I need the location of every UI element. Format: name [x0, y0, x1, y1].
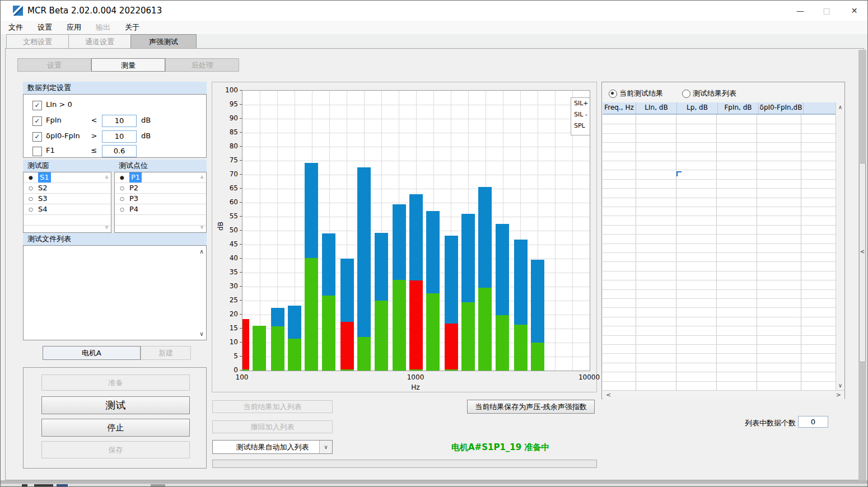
results-column-header[interactable]: FpIn, dB: [718, 102, 759, 114]
vertical-scrollbar[interactable]: ∧ ∨: [836, 102, 844, 390]
chevron-down-icon[interactable]: ∨: [319, 441, 332, 453]
y-tick-mark: [240, 314, 242, 315]
scroll-up-icon[interactable]: ▲: [198, 174, 206, 180]
checkbox[interactable]: ✓: [32, 132, 42, 142]
surface-item-label[interactable]: S4: [38, 204, 48, 214]
y-tick-label: 5: [219, 352, 238, 360]
surface-row[interactable]: ○S4: [24, 204, 111, 215]
scroll-down-icon[interactable]: ▼: [103, 224, 110, 231]
scroll-left-icon[interactable]: <: [606, 391, 611, 399]
radio-icon[interactable]: ○: [120, 194, 124, 204]
table-row-line: [603, 280, 836, 280]
scroll-up-icon[interactable]: ▲: [103, 174, 110, 180]
menu-item[interactable]: 关于: [125, 22, 139, 32]
point-list-title: 测试点位: [119, 160, 148, 172]
scroll-up-icon[interactable]: ∧: [836, 104, 844, 110]
point-item-label[interactable]: P1: [129, 172, 142, 182]
subtab-measure[interactable]: 测量: [91, 58, 165, 72]
panel-collapse-handle[interactable]: <: [859, 163, 866, 362]
radio-current-result[interactable]: [609, 90, 617, 98]
radio-icon[interactable]: ○: [120, 183, 124, 193]
sil-pos-segment: [496, 315, 509, 371]
save-button[interactable]: 保存: [41, 441, 190, 458]
tab-document-settings[interactable]: 文档设置: [6, 34, 69, 49]
menu-item[interactable]: 输出: [96, 22, 110, 32]
minimize-button[interactable]: —: [787, 1, 813, 21]
spl-segment: [426, 211, 440, 294]
file-list-box[interactable]: ∧ ∨: [23, 245, 207, 340]
test-button[interactable]: 测试: [41, 396, 190, 414]
scroll-right-icon[interactable]: >: [836, 391, 841, 399]
scroll-down-icon[interactable]: ▼: [198, 224, 206, 231]
radio-selected-icon[interactable]: ●: [120, 172, 124, 182]
legend-row: SPL: [571, 120, 590, 132]
tab-channel-settings[interactable]: 通道设置: [68, 34, 131, 49]
judge-unit: dB: [141, 116, 151, 124]
spl-segment: [461, 214, 475, 303]
point-row[interactable]: ○P4: [115, 204, 206, 215]
auto-add-dropdown[interactable]: 测试结果自动加入列表 ∨: [212, 440, 333, 454]
sil-pos-segment: [445, 369, 458, 371]
save-as-residual-index-button[interactable]: 当前结果保存为声压-残余声强指数: [467, 400, 595, 414]
judge-threshold-input[interactable]: 10: [102, 115, 137, 127]
checkbox[interactable]: ✓: [32, 101, 42, 110]
point-row[interactable]: ○P2: [115, 183, 206, 194]
point-row[interactable]: ○P3: [115, 194, 206, 204]
menu-item[interactable]: 应用: [67, 22, 81, 32]
y-tick-label: 10: [219, 338, 238, 346]
horizontal-scrollbar[interactable]: < >: [603, 390, 844, 399]
results-column-header[interactable]: δpI0-FpIn,dB: [759, 102, 804, 114]
radio-icon[interactable]: ○: [29, 194, 33, 204]
y-tick-mark: [240, 132, 242, 133]
menu-item[interactable]: 文件: [8, 22, 23, 32]
menu-item[interactable]: 设置: [38, 22, 52, 32]
scroll-down-icon[interactable]: ∨: [836, 382, 844, 388]
point-row[interactable]: ●P1: [115, 172, 206, 183]
checkbox[interactable]: ✓: [32, 116, 42, 126]
results-column-header[interactable]: [804, 102, 839, 114]
maximize-button[interactable]: □: [814, 1, 839, 21]
radio-icon[interactable]: ○: [29, 183, 33, 193]
surface-item-label[interactable]: S1: [38, 172, 51, 182]
point-item-label[interactable]: P3: [129, 194, 138, 204]
radio-selected-icon[interactable]: ●: [29, 172, 33, 182]
sil-pos-segment: [253, 326, 266, 371]
model-a-button[interactable]: 电机A: [43, 346, 141, 360]
subtab-postprocess[interactable]: 后处理: [165, 58, 239, 72]
close-button[interactable]: ✕: [840, 1, 868, 21]
prepare-button[interactable]: 准备: [41, 374, 190, 391]
judge-threshold-input[interactable]: 0.6: [102, 145, 137, 157]
surface-item-label[interactable]: S3: [38, 194, 48, 204]
surface-row[interactable]: ○S2: [24, 183, 111, 194]
tab-sound-intensity-test[interactable]: 声强测试: [130, 34, 197, 49]
y-tick-mark: [240, 146, 242, 147]
subtab-settings[interactable]: 设置: [17, 58, 91, 72]
surface-row[interactable]: ○S3: [24, 194, 111, 204]
list-count-value[interactable]: 0: [798, 416, 828, 428]
results-column-header[interactable]: Lp, dB: [677, 102, 718, 114]
new-model-button[interactable]: 新建: [141, 346, 191, 360]
file-list-header: 测试文件列表: [23, 233, 207, 245]
results-column-header[interactable]: Freq., Hz: [603, 102, 636, 114]
chart-x-axis-label: Hz: [242, 383, 589, 391]
undo-add-button[interactable]: 撤回加入列表: [212, 420, 333, 433]
scroll-down-icon[interactable]: ∨: [199, 330, 204, 338]
point-item-label[interactable]: P4: [129, 204, 138, 214]
sliver-mark: [57, 484, 68, 487]
radio-icon[interactable]: ○: [120, 204, 124, 214]
scroll-up-icon[interactable]: ∧: [199, 248, 204, 255]
add-result-to-list-button[interactable]: 当前结果加入列表: [212, 400, 333, 413]
radio-icon[interactable]: ○: [29, 204, 33, 214]
y-tick-label: 75: [219, 156, 238, 164]
judge-threshold-input[interactable]: 10: [102, 130, 137, 143]
sil-neg-segment: [445, 324, 458, 369]
y-tick-mark: [240, 370, 242, 371]
results-column-header[interactable]: LIn, dB: [636, 102, 677, 114]
surface-row[interactable]: ●S1: [24, 172, 111, 183]
stop-button[interactable]: 停止: [41, 419, 190, 437]
point-item-label[interactable]: P2: [129, 183, 138, 193]
surface-item-label[interactable]: S2: [38, 183, 48, 193]
sil-pos-segment: [242, 369, 249, 371]
radio-result-list[interactable]: [682, 90, 690, 98]
checkbox[interactable]: [32, 147, 42, 156]
